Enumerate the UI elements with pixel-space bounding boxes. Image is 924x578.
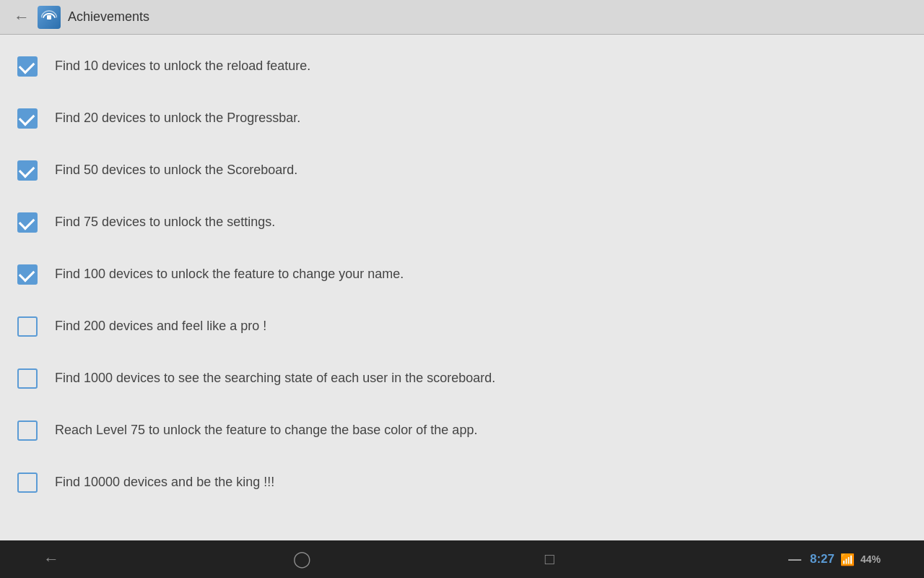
back-icon: ← — [14, 8, 30, 27]
recents-nav-icon: □ — [545, 550, 554, 569]
achievement-text: Find 50 devices to unlock the Scoreboard… — [55, 162, 297, 178]
back-nav-button[interactable]: ← — [43, 550, 59, 569]
top-bar: ← Achievements — [0, 0, 924, 35]
achievements-list: Find 10 devices to unlock the reload fea… — [0, 35, 924, 540]
achievement-text: Find 10000 devices and be the king !!! — [55, 474, 274, 491]
svg-rect-0 — [47, 15, 51, 20]
unchecked-checkbox[interactable] — [17, 473, 38, 493]
checked-checkbox[interactable] — [17, 212, 38, 233]
list-item: Find 200 devices and feel like a pro ! — [0, 301, 924, 353]
page-title: Achievements — [68, 9, 149, 25]
list-item: Find 10000 devices and be the king !!! — [0, 457, 924, 509]
battery-level: 44% — [860, 553, 881, 565]
achievement-text: Find 200 devices and feel like a pro ! — [55, 318, 266, 335]
achievement-text: Find 1000 devices to see the searching s… — [55, 370, 495, 387]
list-item: Find 75 devices to unlock the settings. — [0, 197, 924, 249]
achievement-text: Find 10 devices to unlock the reload fea… — [55, 58, 310, 74]
wifi-icon: 📶 — [840, 553, 855, 566]
app-icon — [38, 6, 61, 29]
unchecked-checkbox[interactable] — [17, 420, 38, 441]
checked-checkbox[interactable] — [17, 56, 38, 77]
recents-nav-button[interactable]: □ — [545, 550, 554, 569]
bottom-bar: ← ◯ □ — 8:27 📶 44% — [0, 540, 924, 578]
list-item: Find 100 devices to unlock the feature t… — [0, 249, 924, 301]
checked-checkbox[interactable] — [17, 264, 38, 285]
list-item: Find 1000 devices to see the searching s… — [0, 353, 924, 405]
status-separator: — — [788, 552, 801, 567]
unchecked-checkbox[interactable] — [17, 316, 38, 337]
list-item: Reach Level 75 to unlock the feature to … — [0, 405, 924, 457]
achievement-text: Find 100 devices to unlock the feature t… — [55, 266, 404, 282]
achievement-text: Reach Level 75 to unlock the feature to … — [55, 422, 477, 439]
checked-checkbox[interactable] — [17, 108, 38, 129]
achievement-text: Find 75 devices to unlock the settings. — [55, 214, 275, 230]
list-item: Find 20 devices to unlock the Progressba… — [0, 92, 924, 144]
home-nav-icon: ◯ — [293, 550, 311, 569]
clock: 8:27 — [810, 552, 834, 566]
status-area: — 8:27 📶 44% — [788, 552, 881, 567]
home-nav-button[interactable]: ◯ — [293, 550, 311, 569]
back-button[interactable]: ← — [9, 4, 35, 30]
back-nav-icon: ← — [43, 550, 59, 569]
unchecked-checkbox[interactable] — [17, 368, 38, 389]
checked-checkbox[interactable] — [17, 160, 38, 181]
list-item: Find 10 devices to unlock the reload fea… — [0, 40, 924, 92]
list-item: Find 50 devices to unlock the Scoreboard… — [0, 144, 924, 197]
achievement-text: Find 20 devices to unlock the Progressba… — [55, 110, 300, 126]
